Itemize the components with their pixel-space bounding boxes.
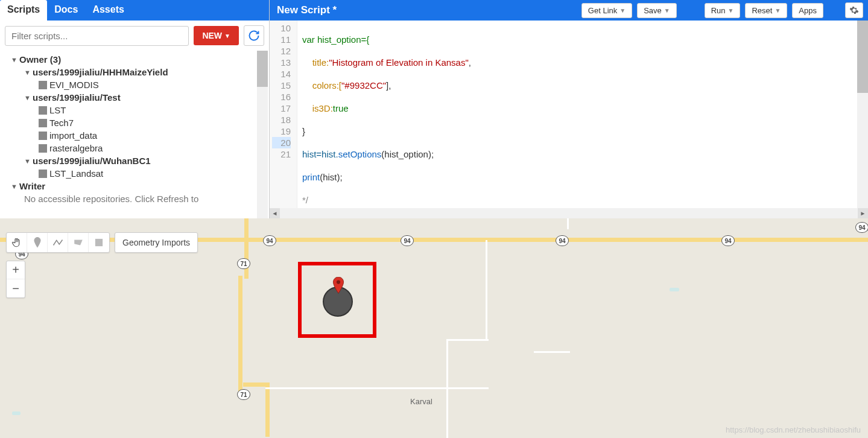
caret-down-icon: ▼ [24,69,33,76]
getlink-button[interactable]: Get Link▼ [581,3,632,18]
zoom-in-button[interactable]: + [7,261,25,279]
watermark: https://blog.csdn.net/zhebushibiaoshifu [726,425,861,434]
code-editor[interactable]: 101112131415161718192021 var hist_option… [270,21,868,218]
marker-icon [33,237,42,248]
refresh-icon [248,30,260,42]
route-shield-71: 71 [237,258,250,269]
tab-scripts[interactable]: Scripts [0,0,47,21]
pan-tool[interactable] [7,233,27,252]
tree-owner[interactable]: ▼Owner (3) [2,53,264,66]
tree-file[interactable]: rasteralgebra [2,142,264,154]
caret-down-icon: ▼ [24,157,33,165]
svg-point-0 [337,280,340,284]
file-icon [39,132,47,140]
road-minor [446,339,489,341]
reset-button[interactable]: Reset▼ [745,3,787,18]
road-seg [265,382,270,437]
map-toolbar: Geometry Imports [6,232,198,253]
road-minor [265,387,489,389]
run-button[interactable]: Run▼ [705,3,741,18]
chevron-down-icon: ▼ [224,33,230,39]
tree-repo[interactable]: ▼users/1999jialiu/HHHMaizeYield [2,66,264,78]
road-minor [446,339,448,438]
route-shield-94: 94 [401,235,414,246]
zoom-control: + − [6,261,25,298]
chevron-down-icon: ▼ [775,7,781,14]
water-icon [670,288,679,291]
editor-vscroll-thumb[interactable] [857,21,868,93]
file-icon [39,106,47,115]
tree-file[interactable]: Tech7 [2,116,264,129]
tree-file[interactable]: EVI_MODIS [2,78,264,91]
line-tool[interactable] [48,233,68,252]
gear-icon [849,5,859,15]
editor-toolbar: New Script * Get Link▼ Save▼ Run▼ Reset▼… [270,0,868,21]
tab-docs[interactable]: Docs [47,0,85,21]
settings-button[interactable] [845,2,863,18]
polygon-tool[interactable] [68,233,89,252]
tree-file[interactable]: LST_Landsat [2,167,264,180]
town-label: Karval [410,397,432,406]
road-minor [567,218,569,229]
scripts-tree[interactable]: ▼Owner (3) ▼users/1999jialiu/HHHMaizeYie… [0,51,269,218]
new-script-button[interactable]: NEW▼ [194,26,239,45]
route-shield-94: 94 [263,235,276,246]
road-seg [243,382,267,387]
tree-file[interactable]: import_data [2,129,264,142]
polygon-icon [73,238,84,247]
refresh-button[interactable] [244,25,264,46]
chevron-down-icon: ▼ [619,7,626,14]
file-icon [39,144,47,153]
caret-down-icon: ▼ [11,183,19,190]
code-content[interactable]: var hist_option={ title:"Histogram of El… [297,21,868,218]
editor-panel: New Script * Get Link▼ Save▼ Run▼ Reset▼… [270,0,868,218]
line-gutter: 101112131415161718192021 [270,21,297,218]
route-shield-94: 94 [855,222,868,233]
tree-file[interactable]: LST [2,104,264,116]
file-icon [39,170,47,178]
route-shield-94: 94 [556,235,569,246]
water-icon [12,411,21,415]
rectangle-tool[interactable] [89,233,109,252]
route-shield-94: 94 [721,235,735,246]
editor-hscrollbar[interactable] [270,208,857,218]
rectangle-icon [95,238,103,247]
chevron-down-icon: ▼ [728,7,734,14]
tree-repo[interactable]: ▼users/1999jialiu/Test [2,91,264,104]
road-71-seg [244,218,249,279]
script-title: New Script * [274,4,577,16]
chevron-down-icon: ▼ [664,7,670,14]
route-shield-71: 71 [237,389,250,400]
polyline-icon [52,238,63,247]
hand-icon [11,237,22,248]
geometry-imports-button[interactable]: Geometry Imports [115,232,198,253]
tree-writer[interactable]: ▼Writer [2,180,264,192]
road-71 [238,276,242,396]
caret-down-icon: ▼ [24,94,33,101]
tab-assets[interactable]: Assets [85,0,131,21]
map-canvas[interactable]: 94 94 94 94 94 94 71 71 Karval Geometry … [0,218,868,438]
road-minor [486,240,487,340]
file-icon [39,81,47,89]
zoom-out-button[interactable]: − [7,279,25,297]
map-marker-icon [332,277,344,294]
tree-scroll-thumb[interactable] [257,51,268,87]
scroll-left-arrow[interactable]: ◄ [270,208,280,218]
point-tool[interactable] [27,233,48,252]
apps-button[interactable]: Apps [792,3,823,18]
drawing-tools [6,232,110,253]
panel-tabs: Scripts Docs Assets [0,0,269,21]
filter-row: NEW▼ [0,21,269,51]
scroll-right-arrow[interactable]: ► [858,208,868,218]
scripts-panel: Scripts Docs Assets NEW▼ ▼Owner (3) ▼use… [0,0,270,218]
tree-noaccess: No accessible repositories. Click Refres… [2,192,264,205]
caret-down-icon: ▼ [11,56,19,63]
svg-rect-1 [95,239,103,246]
filter-scripts-input[interactable] [5,26,189,46]
save-button[interactable]: Save▼ [637,3,677,18]
file-icon [39,119,47,127]
tree-repo[interactable]: ▼users/1999jialiu/WuhanBC1 [2,154,264,167]
road-minor [534,351,570,353]
